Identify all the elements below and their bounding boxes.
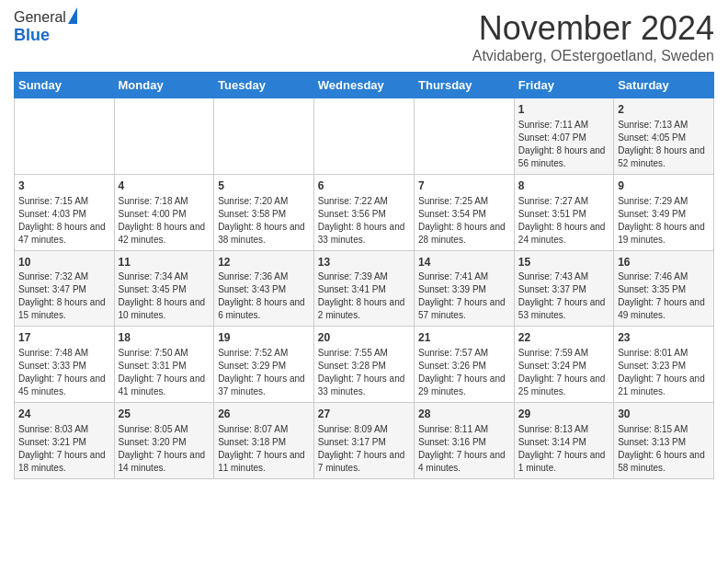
calendar-cell: 19Sunrise: 7:52 AMSunset: 3:29 PMDayligh… [214,327,314,403]
calendar-week-4: 17Sunrise: 7:48 AMSunset: 3:33 PMDayligh… [15,327,714,403]
day-info: Sunrise: 8:11 AMSunset: 3:16 PMDaylight:… [418,423,510,475]
calendar-cell: 23Sunrise: 8:01 AMSunset: 3:23 PMDayligh… [614,327,714,403]
calendar-cell: 5Sunrise: 7:20 AMSunset: 3:58 PMDaylight… [214,174,314,250]
calendar-cell: 17Sunrise: 7:48 AMSunset: 3:33 PMDayligh… [15,327,115,403]
day-number: 28 [418,407,510,422]
calendar-cell: 2Sunrise: 7:13 AMSunset: 4:05 PMDaylight… [614,98,714,175]
calendar-cell: 20Sunrise: 7:55 AMSunset: 3:28 PMDayligh… [313,327,414,403]
day-info: Sunrise: 7:25 AMSunset: 3:54 PMDaylight:… [418,195,510,247]
day-info: Sunrise: 7:13 AMSunset: 4:05 PMDaylight:… [618,119,710,170]
calendar-cell: 11Sunrise: 7:34 AMSunset: 3:45 PMDayligh… [114,250,214,327]
day-info: Sunrise: 7:20 AMSunset: 3:58 PMDaylight:… [218,195,310,247]
calendar-cell: 12Sunrise: 7:36 AMSunset: 3:43 PMDayligh… [214,250,314,327]
logo-blue-text: Blue [14,26,50,44]
day-number: 16 [618,255,710,270]
day-number: 6 [318,178,410,194]
day-info: Sunrise: 7:11 AMSunset: 4:07 PMDaylight:… [518,119,609,170]
calendar-cell: 27Sunrise: 8:09 AMSunset: 3:17 PMDayligh… [313,403,414,479]
logo-general-text: General [14,9,66,26]
day-info: Sunrise: 7:50 AMSunset: 3:31 PMDaylight:… [119,347,210,398]
calendar-cell: 29Sunrise: 8:13 AMSunset: 3:14 PMDayligh… [514,403,613,479]
calendar-cell [15,98,115,175]
day-header-thursday: Thursday [415,73,515,98]
calendar-table: SundayMondayTuesdayWednesdayThursdayFrid… [14,72,714,479]
day-info: Sunrise: 7:27 AMSunset: 3:51 PMDaylight:… [518,195,609,247]
calendar-cell: 10Sunrise: 7:32 AMSunset: 3:47 PMDayligh… [15,250,115,327]
day-info: Sunrise: 7:57 AMSunset: 3:26 PMDaylight:… [418,347,510,398]
calendar-cell: 21Sunrise: 7:57 AMSunset: 3:26 PMDayligh… [415,327,515,403]
calendar-cell [313,98,414,175]
header: General Blue November 2024 Atvidaberg, O… [14,9,714,64]
day-info: Sunrise: 8:01 AMSunset: 3:23 PMDaylight:… [618,347,710,398]
day-info: Sunrise: 7:39 AMSunset: 3:41 PMDaylight:… [318,270,410,322]
calendar-cell: 24Sunrise: 8:03 AMSunset: 3:21 PMDayligh… [15,403,115,479]
day-number: 21 [418,330,510,346]
day-header-tuesday: Tuesday [214,73,314,98]
logo-triangle-icon [68,7,77,24]
day-header-monday: Monday [114,73,214,98]
day-info: Sunrise: 7:22 AMSunset: 3:56 PMDaylight:… [318,195,410,247]
calendar-cell: 22Sunrise: 7:59 AMSunset: 3:24 PMDayligh… [514,327,613,403]
day-number: 23 [618,330,710,346]
day-number: 17 [18,330,110,346]
day-info: Sunrise: 7:32 AMSunset: 3:47 PMDaylight:… [18,270,110,322]
day-number: 4 [119,178,210,194]
calendar-week-2: 3Sunrise: 7:15 AMSunset: 4:03 PMDaylight… [15,174,714,250]
day-number: 8 [518,178,609,194]
day-info: Sunrise: 8:09 AMSunset: 3:17 PMDaylight:… [318,423,410,475]
days-header-row: SundayMondayTuesdayWednesdayThursdayFrid… [15,73,714,98]
day-info: Sunrise: 7:15 AMSunset: 4:03 PMDaylight:… [18,195,110,247]
logo: General Blue [14,9,77,45]
day-info: Sunrise: 7:52 AMSunset: 3:29 PMDaylight:… [218,347,310,398]
day-number: 22 [518,330,609,346]
calendar-cell: 6Sunrise: 7:22 AMSunset: 3:56 PMDaylight… [313,174,414,250]
calendar-cell: 15Sunrise: 7:43 AMSunset: 3:37 PMDayligh… [514,250,613,327]
calendar-cell: 3Sunrise: 7:15 AMSunset: 4:03 PMDaylight… [15,174,115,250]
day-number: 10 [18,255,110,270]
calendar-cell: 28Sunrise: 8:11 AMSunset: 3:16 PMDayligh… [415,403,515,479]
calendar-cell: 16Sunrise: 7:46 AMSunset: 3:35 PMDayligh… [614,250,714,327]
day-info: Sunrise: 7:55 AMSunset: 3:28 PMDaylight:… [318,347,410,398]
day-info: Sunrise: 8:15 AMSunset: 3:13 PMDaylight:… [618,423,710,475]
day-info: Sunrise: 8:03 AMSunset: 3:21 PMDaylight:… [18,423,110,475]
day-number: 30 [618,407,710,422]
day-number: 29 [518,407,609,422]
day-info: Sunrise: 7:41 AMSunset: 3:39 PMDaylight:… [418,270,510,322]
day-header-wednesday: Wednesday [313,73,414,98]
calendar-cell: 7Sunrise: 7:25 AMSunset: 3:54 PMDaylight… [415,174,515,250]
calendar-cell: 30Sunrise: 8:15 AMSunset: 3:13 PMDayligh… [614,403,714,479]
day-number: 9 [618,178,710,194]
calendar-week-3: 10Sunrise: 7:32 AMSunset: 3:47 PMDayligh… [15,250,714,327]
day-header-sunday: Sunday [15,73,115,98]
day-number: 5 [218,178,310,194]
calendar-cell [415,98,515,175]
day-info: Sunrise: 7:29 AMSunset: 3:49 PMDaylight:… [618,195,710,247]
day-info: Sunrise: 7:34 AMSunset: 3:45 PMDaylight:… [119,270,210,322]
day-info: Sunrise: 8:13 AMSunset: 3:14 PMDaylight:… [518,423,609,475]
title-area: November 2024 Atvidaberg, OEstergoetland… [472,9,714,64]
calendar-cell: 25Sunrise: 8:05 AMSunset: 3:20 PMDayligh… [114,403,214,479]
day-info: Sunrise: 7:18 AMSunset: 4:00 PMDaylight:… [119,195,210,247]
day-info: Sunrise: 7:48 AMSunset: 3:33 PMDaylight:… [18,347,110,398]
day-number: 27 [318,407,410,422]
day-info: Sunrise: 7:36 AMSunset: 3:43 PMDaylight:… [218,270,310,322]
day-number: 7 [418,178,510,194]
day-number: 20 [318,330,410,346]
day-info: Sunrise: 7:59 AMSunset: 3:24 PMDaylight:… [518,347,609,398]
day-info: Sunrise: 7:46 AMSunset: 3:35 PMDaylight:… [618,270,710,322]
day-number: 12 [218,255,310,270]
calendar-cell: 18Sunrise: 7:50 AMSunset: 3:31 PMDayligh… [114,327,214,403]
calendar-cell: 4Sunrise: 7:18 AMSunset: 4:00 PMDaylight… [114,174,214,250]
calendar-cell: 8Sunrise: 7:27 AMSunset: 3:51 PMDaylight… [514,174,613,250]
day-number: 1 [518,102,609,118]
location-title: Atvidaberg, OEstergoetland, Sweden [472,48,714,64]
day-number: 25 [119,407,210,422]
day-number: 19 [218,330,310,346]
calendar-week-5: 24Sunrise: 8:03 AMSunset: 3:21 PMDayligh… [15,403,714,479]
calendar-cell [114,98,214,175]
day-number: 24 [18,407,110,422]
month-title: November 2024 [472,9,714,48]
day-header-friday: Friday [514,73,613,98]
day-number: 3 [18,178,110,194]
calendar-cell: 14Sunrise: 7:41 AMSunset: 3:39 PMDayligh… [415,250,515,327]
